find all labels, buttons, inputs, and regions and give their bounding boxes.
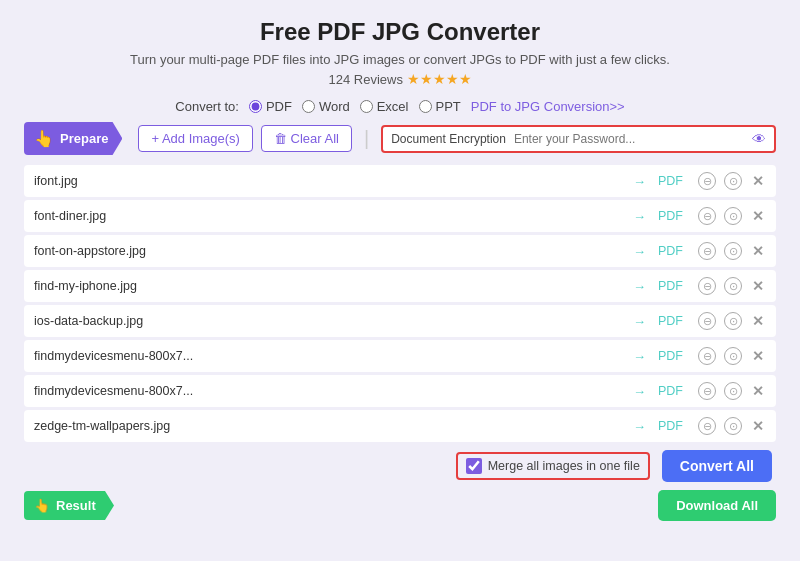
hand-icon: 👆 (34, 129, 54, 148)
arrow-icon: → (633, 174, 646, 189)
prepare-badge: 👆 Prepare (24, 122, 122, 155)
file-name: font-on-appstore.jpg (34, 244, 621, 258)
remove-button[interactable]: ✕ (750, 208, 766, 224)
file-actions: ⊖ ⊙ ✕ (698, 347, 766, 365)
separator: | (364, 127, 369, 150)
info-button[interactable]: ⊙ (724, 347, 742, 365)
convert-to-label: Convert to: (175, 99, 239, 114)
download-all-button[interactable]: Download All (658, 490, 776, 521)
settings-button[interactable]: ⊖ (698, 242, 716, 260)
header: Free PDF JPG Converter Turn your multi-p… (24, 18, 776, 87)
file-name: find-my-iphone.jpg (34, 279, 621, 293)
arrow-icon: → (633, 349, 646, 364)
arrow-icon: → (633, 384, 646, 399)
result-badge: 👆 Result (24, 491, 114, 520)
file-name: font-diner.jpg (34, 209, 621, 223)
eye-icon[interactable]: 👁 (752, 131, 766, 147)
result-label: Result (56, 498, 96, 513)
table-row: find-my-iphone.jpg → PDF ⊖ ⊙ ✕ (24, 270, 776, 302)
file-actions: ⊖ ⊙ ✕ (698, 207, 766, 225)
file-name: zedge-tm-wallpapers.jpg (34, 419, 621, 433)
pdf-to-jpg-link[interactable]: PDF to JPG Conversion>> (471, 99, 625, 114)
result-section: 👆 Result Download All (24, 490, 776, 521)
clear-all-button[interactable]: 🗑 Clear All (261, 125, 352, 152)
info-button[interactable]: ⊙ (724, 417, 742, 435)
bottom-bar: Merge all images in one file Convert All (24, 450, 776, 482)
settings-button[interactable]: ⊖ (698, 312, 716, 330)
file-actions: ⊖ ⊙ ✕ (698, 172, 766, 190)
page-title: Free PDF JPG Converter (24, 18, 776, 46)
file-actions: ⊖ ⊙ ✕ (698, 417, 766, 435)
convert-to-bar: Convert to: PDF Word Excel PPT PDF to JP… (24, 99, 776, 114)
merge-label: Merge all images in one file (488, 459, 640, 473)
file-actions: ⊖ ⊙ ✕ (698, 242, 766, 260)
remove-button[interactable]: ✕ (750, 173, 766, 189)
star-rating: ★★★★★ (407, 71, 472, 87)
table-row: findmydevicesmenu-800x7... → PDF ⊖ ⊙ ✕ (24, 375, 776, 407)
prepare-label: Prepare (60, 131, 108, 146)
file-type: PDF (658, 279, 698, 293)
info-button[interactable]: ⊙ (724, 277, 742, 295)
reviews-row: 124 Reviews ★★★★★ (24, 71, 776, 87)
option-excel[interactable]: Excel (360, 99, 409, 114)
settings-button[interactable]: ⊖ (698, 172, 716, 190)
file-type: PDF (658, 244, 698, 258)
file-type: PDF (658, 349, 698, 363)
file-name: ios-data-backup.jpg (34, 314, 621, 328)
option-pdf[interactable]: PDF (249, 99, 292, 114)
table-row: font-on-appstore.jpg → PDF ⊖ ⊙ ✕ (24, 235, 776, 267)
table-row: zedge-tm-wallpapers.jpg → PDF ⊖ ⊙ ✕ (24, 410, 776, 442)
remove-button[interactable]: ✕ (750, 278, 766, 294)
page-container: Free PDF JPG Converter Turn your multi-p… (0, 0, 800, 561)
info-button[interactable]: ⊙ (724, 207, 742, 225)
file-name: ifont.jpg (34, 174, 621, 188)
remove-button[interactable]: ✕ (750, 243, 766, 259)
review-count: 124 Reviews (328, 72, 402, 87)
remove-button[interactable]: ✕ (750, 383, 766, 399)
page-subtitle: Turn your multi-page PDF files into JPG … (24, 52, 776, 67)
table-row: ios-data-backup.jpg → PDF ⊖ ⊙ ✕ (24, 305, 776, 337)
remove-button[interactable]: ✕ (750, 313, 766, 329)
file-type: PDF (658, 209, 698, 223)
file-type: PDF (658, 384, 698, 398)
arrow-icon: → (633, 279, 646, 294)
file-name: findmydevicesmenu-800x7... (34, 349, 621, 363)
remove-button[interactable]: ✕ (750, 418, 766, 434)
arrow-icon: → (633, 244, 646, 259)
info-button[interactable]: ⊙ (724, 242, 742, 260)
add-images-button[interactable]: + Add Image(s) (138, 125, 253, 152)
document-encryption-box: Document Encryption 👁 (381, 125, 776, 153)
merge-checkbox[interactable] (466, 458, 482, 474)
convert-all-button[interactable]: Convert All (662, 450, 772, 482)
option-word[interactable]: Word (302, 99, 350, 114)
settings-button[interactable]: ⊖ (698, 382, 716, 400)
password-input[interactable] (514, 132, 744, 146)
file-actions: ⊖ ⊙ ✕ (698, 312, 766, 330)
info-button[interactable]: ⊙ (724, 382, 742, 400)
table-row: ifont.jpg → PDF ⊖ ⊙ ✕ (24, 165, 776, 197)
file-list: ifont.jpg → PDF ⊖ ⊙ ✕ font-diner.jpg → P… (24, 165, 776, 442)
merge-check-area: Merge all images in one file (456, 452, 650, 480)
table-row: font-diner.jpg → PDF ⊖ ⊙ ✕ (24, 200, 776, 232)
file-name: findmydevicesmenu-800x7... (34, 384, 621, 398)
file-type: PDF (658, 174, 698, 188)
option-ppt[interactable]: PPT (419, 99, 461, 114)
toolbar: 👆 Prepare + Add Image(s) 🗑 Clear All | D… (24, 122, 776, 155)
info-button[interactable]: ⊙ (724, 312, 742, 330)
settings-button[interactable]: ⊖ (698, 207, 716, 225)
arrow-icon: → (633, 419, 646, 434)
result-hand-icon: 👆 (34, 498, 50, 513)
file-actions: ⊖ ⊙ ✕ (698, 382, 766, 400)
file-type: PDF (658, 419, 698, 433)
settings-button[interactable]: ⊖ (698, 417, 716, 435)
file-type: PDF (658, 314, 698, 328)
settings-button[interactable]: ⊖ (698, 277, 716, 295)
file-actions: ⊖ ⊙ ✕ (698, 277, 766, 295)
table-row: findmydevicesmenu-800x7... → PDF ⊖ ⊙ ✕ (24, 340, 776, 372)
encryption-label: Document Encryption (391, 132, 506, 146)
arrow-icon: → (633, 209, 646, 224)
settings-button[interactable]: ⊖ (698, 347, 716, 365)
remove-button[interactable]: ✕ (750, 348, 766, 364)
info-button[interactable]: ⊙ (724, 172, 742, 190)
arrow-icon: → (633, 314, 646, 329)
